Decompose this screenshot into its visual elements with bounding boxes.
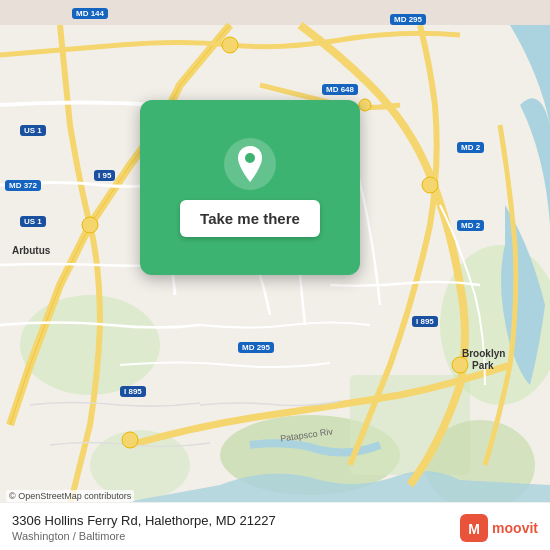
svg-point-11 (452, 357, 468, 373)
shield-md2-top: MD 2 (457, 142, 484, 153)
svg-point-13 (359, 99, 371, 111)
label-arbutus: Arbutus (12, 245, 50, 256)
svg-point-10 (82, 217, 98, 233)
moovit-logo: M moovit (460, 514, 538, 542)
moovit-brand-text: moovit (492, 520, 538, 536)
svg-point-15 (245, 153, 255, 163)
label-brooklyn: Brooklyn (462, 348, 505, 359)
svg-point-12 (122, 432, 138, 448)
address-line: 3306 Hollins Ferry Rd, Halethorpe, MD 21… (12, 513, 460, 528)
label-park: Park (472, 360, 494, 371)
bottom-bar: 3306 Hollins Ferry Rd, Halethorpe, MD 21… (0, 502, 550, 550)
shield-us1-bottom: US 1 (20, 216, 46, 227)
osm-attribution: © OpenStreetMap contributors (6, 490, 134, 502)
shield-i895: I 895 (412, 316, 438, 327)
shield-i95-left: I 95 (94, 170, 115, 181)
popup-overlay: Take me there (140, 100, 360, 275)
region-line: Washington / Baltimore (12, 530, 460, 542)
shield-md295-mid: MD 295 (238, 342, 274, 353)
shield-i895-bottom: I 895 (120, 386, 146, 397)
svg-point-7 (222, 37, 238, 53)
shield-md295-top: MD 295 (390, 14, 426, 25)
shield-md372: MD 372 (5, 180, 41, 191)
shield-md648: MD 648 (322, 84, 358, 95)
shield-md144: MD 144 (72, 8, 108, 19)
svg-point-9 (422, 177, 438, 193)
map-pin-icon (224, 138, 276, 190)
svg-text:M: M (468, 521, 480, 537)
take-me-there-button[interactable]: Take me there (180, 200, 320, 237)
moovit-logo-icon: M (460, 514, 488, 542)
map-container: MD 144 US 1 US 1 MD 372 I 95 I 95 MD 648… (0, 0, 550, 550)
shield-us1-top: US 1 (20, 125, 46, 136)
shield-md2-bottom: MD 2 (457, 220, 484, 231)
